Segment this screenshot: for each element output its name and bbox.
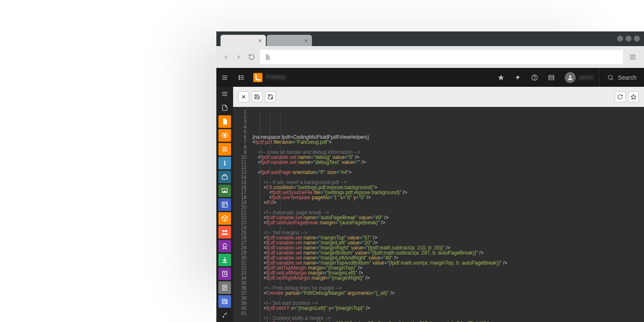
sidebar-brush-icon[interactable] xyxy=(216,308,233,322)
app-logo[interactable]: TYPO3 xyxy=(250,68,289,87)
save-button[interactable] xyxy=(252,91,262,102)
sidebar-template-icon[interactable] xyxy=(216,184,233,197)
code-editor[interactable]: 1234567891011121314151617181920212223242… xyxy=(233,107,644,322)
sidebar-page-icon[interactable] xyxy=(216,114,233,128)
sidebar-package-icon[interactable] xyxy=(216,211,233,225)
sidebar-workspace-icon[interactable] xyxy=(216,170,233,184)
tab-close-icon[interactable]: × xyxy=(258,37,262,44)
help-button[interactable] xyxy=(526,68,543,87)
svg-point-25 xyxy=(224,134,226,136)
application-button[interactable] xyxy=(543,68,560,87)
close-button[interactable] xyxy=(238,91,249,102)
url-bar[interactable] xyxy=(260,50,623,64)
sidebar-view-icon[interactable] xyxy=(216,128,233,142)
app-topbar: TYPO3 admin Sear xyxy=(216,68,644,87)
line-gutter: 1234567891011121314151617181920212223242… xyxy=(233,107,250,322)
sidebar-users-icon[interactable] xyxy=(216,225,233,239)
svg-point-37 xyxy=(222,230,224,232)
svg-rect-29 xyxy=(224,162,226,165)
avatar-icon xyxy=(565,72,576,83)
sidebar-layout-icon[interactable] xyxy=(216,197,233,211)
svg-point-39 xyxy=(223,244,226,247)
cache-button[interactable] xyxy=(509,68,526,87)
user-menu[interactable]: admin xyxy=(560,72,599,83)
nav-back-button[interactable] xyxy=(221,52,231,62)
svg-marker-13 xyxy=(516,75,520,80)
browser-toolbar xyxy=(216,46,644,68)
sidebar-medal-icon[interactable] xyxy=(216,239,233,253)
browser-tab-inactive[interactable]: × xyxy=(267,35,312,46)
username-label: admin xyxy=(579,74,594,80)
window-minimize-icon[interactable] xyxy=(617,36,623,42)
menu-toggle-button[interactable] xyxy=(216,68,233,87)
browser-tab-active[interactable]: × xyxy=(221,35,266,46)
code-content[interactable]: {namespace fpdf=CodingMs\FluidFpdf\ViewH… xyxy=(250,107,644,322)
save-close-button[interactable] xyxy=(265,91,276,102)
app-title: TYPO3 xyxy=(266,74,286,80)
content-area: 1234567891011121314151617181920212223242… xyxy=(216,87,644,322)
svg-point-38 xyxy=(225,230,227,232)
module-sidebar xyxy=(216,87,233,322)
nav-forward-button[interactable] xyxy=(234,52,243,62)
bookmark-toggle-button[interactable] xyxy=(628,91,639,102)
refresh-button[interactable] xyxy=(615,91,626,102)
browser-menu-button[interactable] xyxy=(626,51,639,63)
svg-point-30 xyxy=(224,161,225,162)
page-icon xyxy=(264,54,271,60)
bookmark-button[interactable] xyxy=(493,68,509,87)
svg-marker-12 xyxy=(499,75,504,80)
sidebar-file-icon[interactable] xyxy=(216,101,233,114)
svg-rect-50 xyxy=(226,300,227,304)
sidebar-doc-icon[interactable] xyxy=(216,280,233,294)
sidebar-form-icon[interactable] xyxy=(216,267,233,280)
svg-point-15 xyxy=(535,78,535,79)
search-placeholder: Search xyxy=(618,74,636,81)
svg-point-9 xyxy=(239,75,240,76)
nav-reload-button[interactable] xyxy=(247,52,257,62)
svg-point-20 xyxy=(608,75,612,79)
svg-rect-16 xyxy=(549,75,554,80)
sidebar-list-icon[interactable] xyxy=(216,142,233,156)
window-maximize-icon[interactable] xyxy=(626,36,631,42)
sidebar-download-icon[interactable] xyxy=(216,253,233,267)
svg-point-11 xyxy=(239,79,240,80)
svg-point-10 xyxy=(239,77,240,78)
sidebar-info-icon[interactable] xyxy=(216,156,233,170)
tree-toggle-button[interactable] xyxy=(233,68,250,87)
svg-line-21 xyxy=(611,78,613,80)
svg-marker-58 xyxy=(631,94,636,99)
svg-rect-31 xyxy=(222,176,227,179)
sidebar-news-icon[interactable] xyxy=(216,294,233,308)
search-icon xyxy=(607,74,614,81)
window-close-icon[interactable] xyxy=(634,36,640,42)
editor-panel: 1234567891011121314151617181920212223242… xyxy=(233,87,644,322)
svg-rect-33 xyxy=(222,202,227,207)
svg-point-19 xyxy=(569,75,571,77)
window-controls xyxy=(617,36,640,42)
app-window: × × xyxy=(216,31,644,322)
typo3-logo-icon xyxy=(253,73,262,82)
search-input[interactable]: Search xyxy=(599,68,644,87)
sidebar-hamburger-icon[interactable] xyxy=(216,87,233,101)
tab-close-icon[interactable]: × xyxy=(304,37,308,44)
browser-tabs: × × xyxy=(216,31,644,46)
editor-toolbar xyxy=(233,87,644,107)
